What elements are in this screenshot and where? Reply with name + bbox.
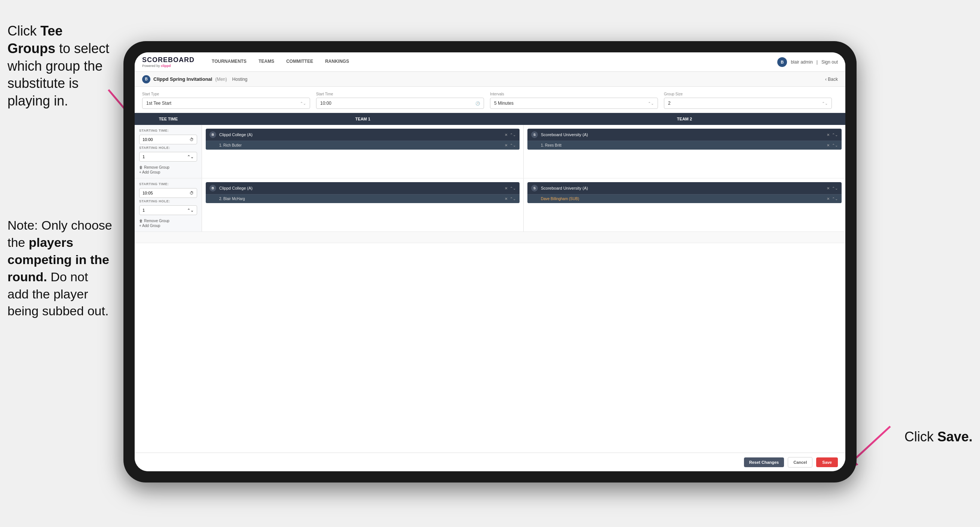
team-name: Scoreboard University (A) [541, 132, 824, 137]
start-time-field: Start Time 10:00 🕐 [316, 92, 484, 109]
starting-hole-label-1: STARTING HOLE: [139, 146, 197, 150]
table-header: Tee Time Team 1 Team 2 [135, 113, 845, 125]
player-name: 2. Blair McHarg [219, 197, 245, 201]
group-size-input[interactable]: 2 ⌃⌄ [664, 98, 832, 109]
back-button[interactable]: ‹ Back [825, 77, 838, 82]
th-team1: Team 1 [202, 113, 523, 125]
starting-hole-label-2: STARTING HOLE: [139, 199, 197, 203]
player-actions: ✕ ⌃⌄ [504, 197, 516, 201]
team-entry-actions: ✕ ⌃⌄ [827, 186, 838, 190]
start-time-label: Start Time [316, 92, 484, 96]
sign-out-link[interactable]: Sign out [821, 59, 838, 65]
player-expand-icon[interactable]: ⌃⌄ [510, 197, 516, 201]
event-title: Clippd Spring Invitational [153, 76, 212, 82]
powered-by-label: Powered by clippd [142, 64, 194, 68]
avatar: B [777, 57, 787, 67]
player-remove-icon[interactable]: ✕ [827, 143, 830, 147]
nav-rankings[interactable]: RANKINGS [319, 53, 355, 72]
team-entry-actions: ✕ ⌃⌄ [504, 133, 516, 137]
team-entry-actions: ✕ ⌃⌄ [504, 186, 516, 190]
reset-changes-button[interactable]: Reset Changes [744, 457, 784, 467]
team1-cell-2: B Clippd College (A) ✕ ⌃⌄ 2. Blair McHar… [202, 178, 523, 231]
nav-bar: SCOREBOARD Powered by clippd TOURNAMENTS… [135, 53, 845, 72]
team2-cell-2: S Scoreboard University (A) ✕ ⌃⌄ Dave Bi… [523, 178, 845, 231]
team-expand-icon[interactable]: ⌃⌄ [510, 133, 516, 137]
player-expand-icon[interactable]: ⌃⌄ [832, 197, 838, 201]
nav-right: B blair admin | Sign out [777, 57, 838, 67]
hosting-label: Hosting [232, 77, 248, 82]
starting-time-label-2: STARTING TIME: [139, 182, 197, 186]
groups-container: STARTING TIME: 10:00 ⏱ STARTING HOLE: 1 … [135, 125, 845, 243]
team-expand-icon[interactable]: ⌃⌄ [510, 186, 516, 190]
save-button[interactable]: Save [816, 457, 838, 467]
footer-bar: Reset Changes Cancel Save [135, 452, 845, 471]
nav-links: TOURNAMENTS TEAMS COMMITTEE RANKINGS [206, 53, 355, 72]
nav-separator: | [816, 59, 818, 65]
team-entry-header: S Scoreboard University (A) ✕ ⌃⌄ [527, 182, 842, 194]
event-badge: B [142, 75, 150, 83]
nav-teams[interactable]: TEAMS [253, 53, 280, 72]
intervals-input[interactable]: 5 Minutes ⌃⌄ [490, 98, 658, 109]
team-name: Clippd College (A) [219, 186, 501, 190]
team-remove-icon[interactable]: ✕ [504, 133, 508, 137]
main-content: Start Type 1st Tee Start ⌃⌄ Start Time 1… [135, 87, 845, 452]
instruction-note: Note: Only choose the players competing … [0, 209, 120, 327]
cancel-button[interactable]: Cancel [788, 457, 813, 468]
hole-input-1[interactable]: 1 ⌃⌄ [139, 152, 197, 162]
nav-tournaments[interactable]: TOURNAMENTS [206, 53, 253, 72]
player-expand-icon[interactable]: ⌃⌄ [510, 143, 516, 147]
player-expand-icon[interactable]: ⌃⌄ [832, 143, 838, 147]
team-expand-icon[interactable]: ⌃⌄ [832, 133, 838, 137]
player-actions: ✕ ⌃⌄ [504, 143, 516, 147]
start-type-input[interactable]: 1st Tee Start ⌃⌄ [142, 98, 310, 109]
table-row: STARTING TIME: 10:00 ⏱ STARTING HOLE: 1 … [135, 125, 845, 178]
add-group-button-1[interactable]: + Add Group [139, 170, 197, 174]
team-remove-icon[interactable]: ✕ [827, 133, 830, 137]
add-group-button-2[interactable]: + Add Group [139, 224, 197, 228]
th-tee-time: Tee Time [135, 113, 202, 125]
player-name: 1. Rich Butler [219, 143, 242, 147]
time-input-1[interactable]: 10:00 ⏱ [139, 135, 197, 144]
player-entry: 2. Blair McHarg ✕ ⌃⌄ [206, 194, 520, 203]
team-entry-actions: ✕ ⌃⌄ [827, 133, 838, 137]
team-badge: S [531, 131, 538, 138]
player-entry: 1. Rich Butler ✕ ⌃⌄ [206, 141, 520, 150]
table-row: STARTING TIME: 10:05 ⏱ STARTING HOLE: 1 … [135, 178, 845, 232]
remove-group-button-2[interactable]: 🗑 Remove Group [139, 219, 197, 223]
player-remove-icon[interactable]: ✕ [504, 143, 508, 147]
start-type-field: Start Type 1st Tee Start ⌃⌄ [142, 92, 310, 109]
player-remove-icon[interactable]: ✕ [827, 197, 830, 201]
team-remove-icon[interactable]: ✕ [504, 186, 508, 190]
config-row: Start Type 1st Tee Start ⌃⌄ Start Time 1… [135, 87, 845, 113]
team-entry: S Scoreboard University (A) ✕ ⌃⌄ Dave Bi… [527, 182, 842, 203]
group-size-field: Group Size 2 ⌃⌄ [664, 92, 832, 109]
group-size-label: Group Size [664, 92, 832, 96]
team-badge: S [531, 185, 538, 191]
event-gender: (Men) [215, 77, 227, 82]
intervals-field: Intervals 5 Minutes ⌃⌄ [490, 92, 658, 109]
start-time-input[interactable]: 10:00 🕐 [316, 98, 484, 109]
team-entry-header: B Clippd College (A) ✕ ⌃⌄ [206, 182, 520, 194]
partial-row [135, 232, 845, 243]
player-entry: Dave Billingham (SUB) ✕ ⌃⌄ [527, 194, 842, 203]
start-type-label: Start Type [142, 92, 310, 96]
click-save-instruction: Click Save. [904, 429, 972, 445]
team-badge: B [210, 185, 216, 191]
sub-header-left: B Clippd Spring Invitational (Men) Hosti… [142, 75, 247, 83]
team-remove-icon[interactable]: ✕ [827, 186, 830, 190]
time-input-2[interactable]: 10:05 ⏱ [139, 188, 197, 198]
player-remove-icon[interactable]: ✕ [504, 197, 508, 201]
group-actions-1: 🗑 Remove Group + Add Group [139, 165, 197, 174]
hole-input-2[interactable]: 1 ⌃⌄ [139, 205, 197, 215]
team2-cell-1: S Scoreboard University (A) ✕ ⌃⌄ 1. Rees… [523, 125, 845, 178]
group-left-1: STARTING TIME: 10:00 ⏱ STARTING HOLE: 1 … [135, 125, 202, 178]
tablet-screen: SCOREBOARD Powered by clippd TOURNAMENTS… [135, 53, 845, 471]
group-actions-2: 🗑 Remove Group + Add Group [139, 219, 197, 228]
group-left-2: STARTING TIME: 10:05 ⏱ STARTING HOLE: 1 … [135, 178, 202, 231]
team-expand-icon[interactable]: ⌃⌄ [832, 186, 838, 190]
nav-committee[interactable]: COMMITTEE [280, 53, 319, 72]
player-actions: ✕ ⌃⌄ [827, 197, 838, 201]
team-entry: B Clippd College (A) ✕ ⌃⌄ 2. Blair McHar… [206, 182, 520, 203]
team-badge: B [210, 131, 216, 138]
remove-group-button-1[interactable]: 🗑 Remove Group [139, 165, 197, 169]
